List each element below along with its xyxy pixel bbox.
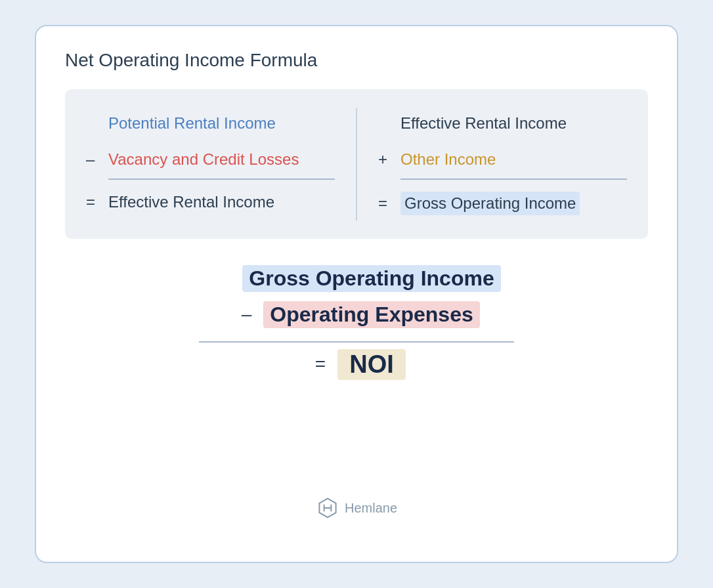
bottom-section: Gross Operating Income – Operating Expen…: [65, 239, 648, 538]
eq-operator-right: =: [378, 193, 393, 213]
formula-operating-expenses: Operating Expenses: [263, 301, 479, 328]
bottom-formula-divider: [199, 341, 514, 343]
effective-rental-income-right-label: Effective Rental Income: [400, 113, 567, 133]
formula-eq: =: [307, 354, 326, 375]
formula-row-3: = NOI: [86, 349, 627, 380]
op-spacer-right: [378, 113, 393, 133]
effective-rental-income-label: Effective Rental Income: [108, 192, 274, 212]
hemlane-brand-name: Hemlane: [345, 501, 397, 516]
formula-minus: –: [233, 304, 251, 325]
card: Net Operating Income Formula Potential R…: [35, 25, 678, 563]
vacancy-credit-losses-row: – Vacancy and Credit Losses: [86, 144, 335, 175]
column-divider: [356, 108, 357, 220]
op-spacer: [86, 113, 100, 133]
plus-operator: +: [378, 149, 393, 169]
hemlane-logo-icon: [316, 496, 339, 520]
potential-rental-income-row: Potential Rental Income: [86, 108, 335, 138]
top-section: Potential Rental Income – Vacancy and Cr…: [65, 89, 648, 239]
other-income-label: Other Income: [400, 149, 496, 169]
formula-row-1: Gross Operating Income: [86, 265, 627, 292]
gross-operating-income-label: Gross Operating Income: [400, 192, 580, 215]
potential-rental-income-label: Potential Rental Income: [108, 113, 276, 133]
eq-operator-left: =: [86, 192, 100, 212]
left-column: Potential Rental Income – Vacancy and Cr…: [86, 108, 335, 220]
right-divider: [400, 178, 627, 180]
left-divider: [108, 178, 335, 180]
formula-noi: NOI: [337, 349, 406, 380]
vacancy-credit-losses-label: Vacancy and Credit Losses: [108, 149, 299, 169]
hemlane-brand: Hemlane: [316, 496, 397, 520]
footer: Hemlane: [316, 476, 397, 525]
formula-row-2: – Operating Expenses: [86, 301, 627, 328]
formula-spacer-1: [212, 268, 230, 289]
minus-operator: –: [86, 149, 100, 169]
other-income-row: + Other Income: [378, 144, 627, 175]
effective-rental-income-row: = Effective Rental Income: [86, 186, 335, 217]
gross-operating-income-row: = Gross Operating Income: [378, 186, 627, 220]
page-title: Net Operating Income Formula: [65, 50, 648, 71]
formula-gross-operating-income: Gross Operating Income: [242, 265, 500, 292]
effective-rental-income-right-row: Effective Rental Income: [378, 108, 627, 138]
right-column: Effective Rental Income + Other Income =…: [378, 108, 627, 220]
